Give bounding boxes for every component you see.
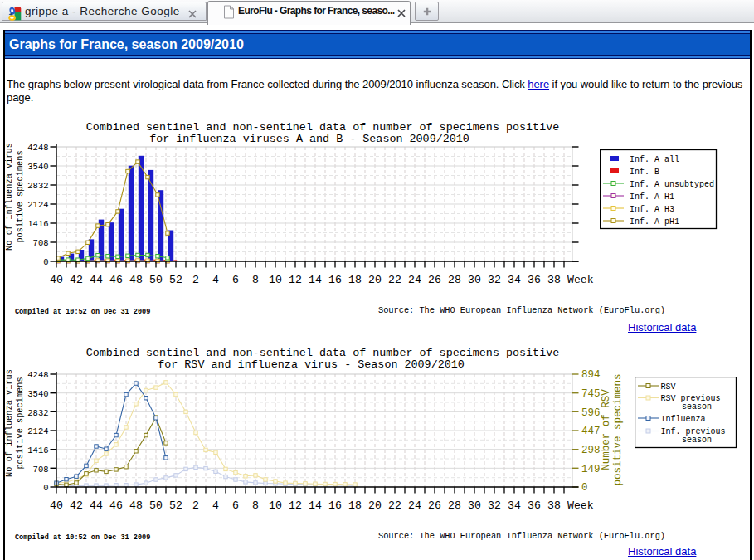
svg-text:40: 40 (50, 499, 63, 512)
svg-text:Combined sentinel and non-sent: Combined sentinel and non-sentinel data … (86, 347, 560, 359)
svg-text:2: 2 (192, 499, 199, 512)
svg-text:596: 596 (581, 407, 601, 419)
svg-text:4: 4 (212, 499, 219, 512)
svg-text:12: 12 (289, 499, 302, 512)
svg-text:708: 708 (33, 238, 49, 248)
svg-text:42: 42 (70, 274, 83, 286)
svg-text:positive specimens: positive specimens (612, 373, 624, 485)
svg-text:52: 52 (169, 274, 182, 286)
svg-text:48: 48 (129, 499, 143, 512)
svg-text:3540: 3540 (27, 389, 48, 399)
svg-text:2832: 2832 (27, 408, 48, 418)
svg-text:447: 447 (581, 426, 601, 437)
svg-text:Combined sentinel and non-sent: Combined sentinel and non-sentinel data … (86, 121, 560, 134)
svg-text:Influenza: Influenza (661, 415, 706, 424)
svg-text:6: 6 (232, 499, 239, 512)
svg-text:2: 2 (192, 274, 199, 286)
svg-text:No of influenza virus: No of influenza virus (4, 143, 14, 251)
svg-text:22: 22 (388, 499, 401, 512)
svg-text:Number of RSV: Number of RSV (601, 389, 612, 470)
svg-text:28: 28 (448, 499, 461, 512)
svg-text:No of influenza virus: No of influenza virus (4, 369, 14, 477)
svg-text:positive specimens: positive specimens (15, 377, 25, 469)
svg-text:38: 38 (547, 499, 561, 512)
svg-text:894: 894 (581, 369, 601, 381)
svg-text:4248: 4248 (27, 370, 48, 380)
svg-text:Inf. A H1: Inf. A H1 (630, 192, 674, 202)
svg-text:20: 20 (368, 274, 382, 286)
svg-text:34: 34 (508, 274, 521, 286)
svg-text:1416: 1416 (27, 219, 48, 229)
svg-text:Inf. A unsubtyped: Inf. A unsubtyped (630, 180, 714, 189)
svg-text:24: 24 (408, 499, 421, 512)
svg-text:for RSV and influenza virus -: for RSV and influenza virus - Season 200… (158, 358, 465, 371)
svg-text:4: 4 (212, 274, 219, 286)
svg-text:0: 0 (43, 483, 48, 493)
svg-text:50: 50 (149, 499, 163, 512)
svg-text:2124: 2124 (27, 200, 48, 210)
svg-text:2124: 2124 (27, 426, 48, 436)
svg-text:Week: Week (567, 499, 594, 512)
svg-text:48: 48 (129, 274, 143, 286)
svg-text:24: 24 (408, 274, 421, 286)
svg-text:298: 298 (581, 445, 601, 456)
svg-text:Week: Week (567, 274, 594, 286)
svg-text:3540: 3540 (27, 162, 48, 172)
svg-text:14: 14 (309, 274, 322, 286)
svg-text:16: 16 (328, 274, 342, 286)
svg-text:46: 46 (109, 274, 123, 286)
svg-text:22: 22 (388, 274, 401, 286)
svg-text:32: 32 (488, 274, 501, 286)
svg-text:18: 18 (348, 274, 362, 286)
svg-text:26: 26 (428, 274, 441, 286)
svg-text:50: 50 (149, 274, 163, 286)
svg-text:Inf. B: Inf. B (630, 168, 659, 177)
svg-text:12: 12 (289, 274, 302, 286)
svg-text:14: 14 (309, 499, 322, 512)
svg-text:708: 708 (33, 465, 49, 475)
svg-text:16: 16 (328, 499, 342, 512)
svg-text:Inf. A pH1: Inf. A pH1 (630, 217, 679, 226)
svg-text:40: 40 (50, 274, 63, 286)
svg-text:44: 44 (90, 274, 103, 286)
svg-text:2832: 2832 (27, 181, 48, 191)
svg-text:20: 20 (368, 499, 382, 512)
svg-text:10: 10 (269, 274, 282, 286)
svg-text:44: 44 (90, 499, 103, 512)
svg-text:52: 52 (169, 499, 182, 512)
svg-text:149: 149 (581, 464, 601, 475)
svg-text:42: 42 (70, 499, 83, 512)
svg-text:18: 18 (348, 499, 362, 512)
svg-text:Inf. A all: Inf. A all (630, 155, 679, 164)
svg-text:10: 10 (269, 499, 282, 512)
svg-text:8: 8 (252, 499, 259, 512)
svg-text:0: 0 (581, 482, 588, 494)
svg-text:745: 745 (581, 388, 601, 400)
svg-text:Inf. A H3: Inf. A H3 (630, 205, 674, 214)
svg-text:RSV: RSV (661, 382, 676, 392)
svg-text:8: 8 (252, 274, 259, 286)
svg-text:season: season (682, 402, 712, 411)
svg-text:30: 30 (468, 274, 481, 286)
svg-text:36: 36 (528, 274, 541, 286)
svg-text:38: 38 (547, 274, 561, 286)
svg-text:0: 0 (43, 257, 48, 267)
svg-text:6: 6 (232, 274, 239, 286)
svg-text:34: 34 (508, 499, 521, 512)
svg-text:26: 26 (428, 499, 441, 512)
svg-text:positive specimens: positive specimens (15, 150, 25, 242)
svg-text:season: season (682, 436, 712, 445)
svg-text:28: 28 (448, 274, 461, 286)
svg-text:1416: 1416 (27, 446, 48, 455)
svg-text:36: 36 (528, 499, 541, 512)
svg-text:for influenza viruses A and B: for influenza viruses A and B - Season 2… (149, 133, 469, 145)
svg-text:4248: 4248 (27, 143, 48, 153)
svg-text:32: 32 (488, 499, 501, 512)
svg-text:46: 46 (109, 499, 123, 512)
svg-text:30: 30 (468, 499, 481, 512)
